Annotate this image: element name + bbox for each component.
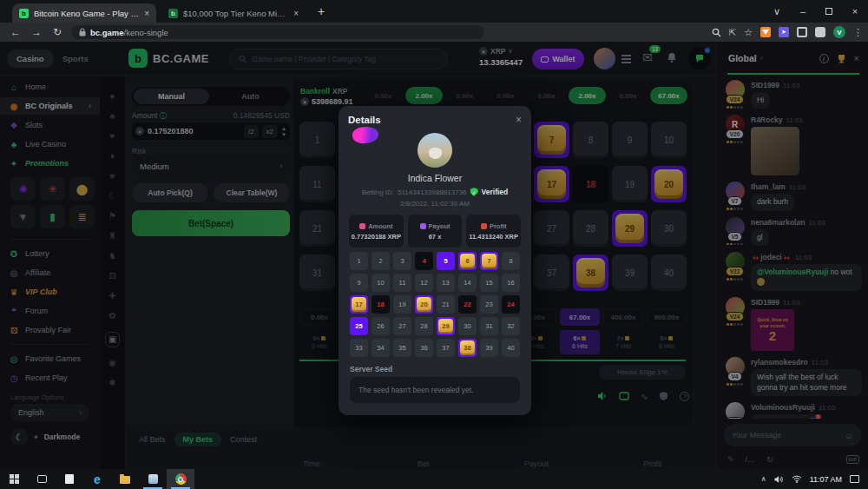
modal-keno-cell: 4 (415, 252, 433, 270)
browser-titlebar: b Bitcoin Keno Game - Play Jacks o × b $… (0, 0, 868, 23)
modal-keno-cell: 22 (458, 295, 477, 314)
modal-keno-cell: 12 (415, 274, 433, 292)
modal-keno-cell: 32 (502, 317, 520, 335)
modal-close-icon[interactable]: × (516, 114, 522, 126)
payout-stat: Payout67 x (408, 215, 463, 248)
modal-keno-cell: 5 (437, 252, 455, 270)
modal-keno-cell: 20 (415, 295, 433, 314)
amount-stat: Amount0.77320188 XRP (349, 215, 404, 248)
amount-icon (359, 223, 365, 229)
server-seed-label: Server Seed (350, 365, 392, 373)
volume-icon[interactable] (774, 475, 784, 484)
pointer-extension-icon[interactable]: ➤ (779, 27, 789, 37)
modal-title: Details (348, 115, 381, 125)
close-button[interactable]: × (842, 0, 868, 23)
modal-keno-cell: 2 (372, 252, 390, 270)
modal-keno-cell: 40 (502, 339, 520, 357)
tab-close-icon[interactable]: × (293, 9, 299, 18)
player-avatar[interactable] (418, 133, 452, 168)
modal-keno-cell: 25 (350, 317, 368, 335)
qr-extension-icon[interactable] (797, 27, 807, 37)
modal-keno-cell: 3 (393, 252, 411, 270)
app-window-icon[interactable] (139, 469, 167, 489)
modal-keno-cell: 23 (480, 295, 498, 314)
modal-keno-cell: 19 (393, 295, 411, 314)
start-button[interactable] (0, 469, 28, 489)
extensions-puzzle-icon[interactable] (815, 27, 825, 37)
modal-keno-cell: 11 (393, 274, 411, 292)
clock[interactable]: 11:07 AM (810, 475, 842, 484)
zoom-icon[interactable] (712, 28, 721, 37)
modal-keno-cell: 17 (350, 295, 368, 314)
action-center-icon[interactable] (850, 475, 859, 483)
file-explorer-icon[interactable] (111, 469, 139, 489)
betting-id-value: 511434133988813736 (398, 188, 467, 196)
windows-taskbar: e ∧ 11:07 AM (0, 469, 868, 489)
bcgame-favicon: b (19, 9, 29, 18)
modal-keno-cell: 37 (437, 339, 455, 357)
modal-keno-cell: 8 (502, 252, 520, 270)
modal-keno-cell: 24 (502, 295, 520, 314)
url-host: bc.game (90, 28, 124, 37)
verified-label[interactable]: Verified (482, 188, 509, 196)
back-icon[interactable]: ← (5, 26, 26, 38)
modal-keno-cell: 14 (458, 274, 477, 292)
browser-profile-avatar[interactable]: V (833, 26, 845, 38)
modal-keno-cell: 7 (480, 252, 498, 270)
address-bar[interactable]: bc.game/keno-single (71, 25, 484, 39)
metamask-extension-icon[interactable] (760, 27, 771, 37)
new-tab-button[interactable]: + (318, 4, 325, 18)
payout-icon (420, 223, 426, 229)
modal-keno-cell: 27 (393, 317, 411, 335)
browser-tab-2[interactable]: b $10,000 Top Tier Keno Mixed Ch × (161, 3, 306, 23)
share-icon[interactable]: ⇱ (729, 28, 736, 37)
maximize-button[interactable] (816, 0, 842, 23)
modal-keno-cell: 10 (372, 274, 390, 292)
modal-keno-cell: 38 (458, 339, 477, 357)
bookmark-star-icon[interactable]: ☆ (744, 27, 753, 38)
modal-keno-cell: 33 (350, 339, 368, 357)
chrome-icon[interactable] (167, 469, 194, 489)
browser-tab-1[interactable]: b Bitcoin Keno Game - Play Jacks o × (12, 3, 156, 23)
network-icon[interactable] (792, 475, 802, 483)
browser-menu-icon[interactable]: ⋮ (853, 27, 863, 38)
tray-expand-icon[interactable]: ∧ (761, 475, 766, 483)
modal-stats: Amount0.77320188 XRPPayout67 xProfit11.4… (339, 215, 531, 248)
browser-navbar: ← → ↻ bc.game/keno-single ⇱ ☆ ➤ V ⋮ (0, 23, 868, 42)
modal-keno-cell: 28 (415, 317, 433, 335)
bet-timestamp: 2/8/2022, 11:02:30 AM (339, 200, 531, 208)
modal-keno-cell: 1 (350, 252, 368, 270)
player-username[interactable]: Indica Flower (339, 173, 531, 183)
details-modal: Details × Indica Flower Betting ID: 5114… (339, 106, 531, 415)
tab-title: Bitcoin Keno Game - Play Jacks o (34, 9, 139, 18)
verified-shield-icon: ✓ (470, 188, 478, 196)
modal-keno-cell: 26 (372, 317, 390, 335)
minimize-button[interactable]: – (790, 0, 816, 23)
modal-keno-grid: 1234567891011121314151617181920212223242… (350, 252, 520, 357)
tab-search-icon[interactable]: ∨ (764, 0, 790, 23)
modal-keno-cell: 36 (415, 339, 433, 357)
keno-logo-graphic (352, 125, 379, 144)
forward-icon[interactable]: → (26, 26, 47, 38)
profit-stat: Profit11.4313240 XRP (466, 215, 521, 248)
ms-store-icon[interactable] (56, 469, 83, 489)
modal-keno-cell: 6 (458, 252, 477, 270)
page: Casino Sports b BC.GAME ✕XRP∨ 13.3365447… (0, 42, 868, 469)
lock-icon (79, 28, 86, 36)
tab-close-icon[interactable]: × (144, 9, 149, 18)
bcgame-favicon: b (168, 9, 178, 18)
modal-keno-cell: 9 (350, 274, 368, 292)
modal-keno-cell: 16 (502, 274, 520, 292)
reload-icon[interactable]: ↻ (47, 26, 68, 38)
modal-keno-cell: 35 (393, 339, 411, 357)
modal-keno-cell: 39 (480, 339, 498, 357)
url-path: /keno-single (124, 28, 168, 37)
modal-keno-cell: 18 (372, 295, 390, 314)
modal-keno-cell: 29 (437, 317, 455, 335)
edge-icon[interactable]: e (83, 469, 111, 489)
task-view-button[interactable] (28, 469, 56, 489)
modal-keno-cell: 30 (458, 317, 477, 335)
modal-keno-cell: 34 (372, 339, 390, 357)
modal-keno-cell: 15 (480, 274, 498, 292)
betting-id-label: Betting ID: (362, 188, 394, 196)
